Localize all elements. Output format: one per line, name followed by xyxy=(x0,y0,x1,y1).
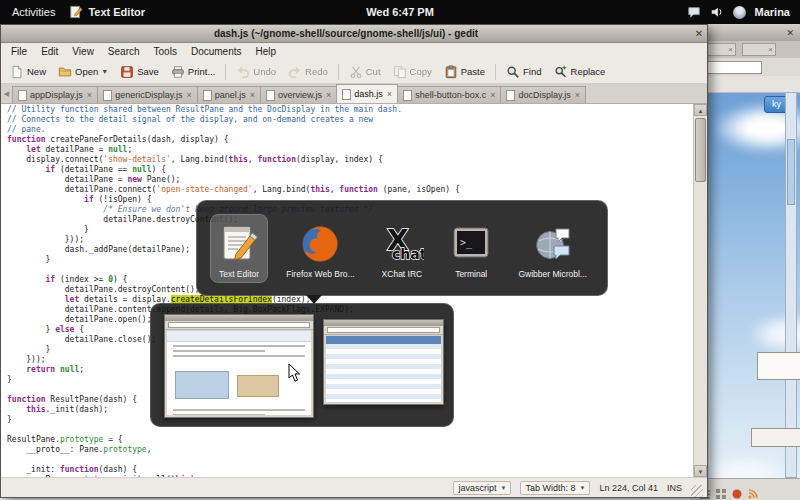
desktop: ✕ × × ky dash.js (~/gnome-shell/source/g… xyxy=(0,0,800,500)
menu-help[interactable]: Help xyxy=(248,44,283,59)
browser-tab[interactable]: × xyxy=(742,43,776,56)
find-button[interactable]: Find xyxy=(500,62,547,82)
menu-tools[interactable]: Tools xyxy=(147,44,184,59)
menu-search[interactable]: Search xyxy=(101,44,147,59)
switcher-item-gwibber-microbl[interactable]: Gwibber Microbl... xyxy=(512,215,593,282)
file-icon xyxy=(103,90,112,101)
close-icon[interactable]: ✕ xyxy=(786,28,800,38)
tab-overview.js[interactable]: overview.js× xyxy=(260,86,337,103)
file-icon xyxy=(342,89,351,100)
menu-file[interactable]: File xyxy=(4,44,34,59)
tab-shell-button-box.c[interactable]: shell-button-box.c× xyxy=(397,86,501,103)
svg-text:chat: chat xyxy=(392,246,424,262)
terminal-icon: >_ xyxy=(449,221,493,265)
volume-icon[interactable] xyxy=(710,5,724,19)
grid-icon[interactable] xyxy=(716,485,726,495)
new-button[interactable]: New xyxy=(4,62,52,82)
scroll-up-icon[interactable]: ▲ xyxy=(694,104,707,116)
background-window-scrollbar[interactable] xyxy=(785,92,797,478)
menu-view[interactable]: View xyxy=(65,44,101,59)
thumbnail-addressbar xyxy=(168,322,310,328)
toolbar-button-label: Redo xyxy=(305,66,328,77)
switcher-item-terminal[interactable]: >_Terminal xyxy=(443,215,499,282)
title-bar[interactable]: dash.js (~/gnome-shell/source/gnome-shel… xyxy=(1,25,707,43)
resize-grip[interactable] xyxy=(691,485,703,497)
window-preview-panel xyxy=(150,303,454,427)
chevron-down-icon: ▼ xyxy=(501,485,507,491)
language-combo[interactable]: javascript▼ xyxy=(453,481,511,495)
open-button[interactable]: Open▼ xyxy=(52,62,114,82)
tab-docDisplay.js[interactable]: docDisplay.js× xyxy=(500,86,586,103)
chat-tray-icon[interactable] xyxy=(687,5,701,19)
gwibber-icon xyxy=(531,221,575,265)
replace-button[interactable]: Replace xyxy=(548,62,612,82)
toolbar-button-label: Open xyxy=(75,66,98,77)
firefox-icon xyxy=(298,221,342,265)
menu-bar: FileEditViewSearchToolsDocumentsHelp xyxy=(1,43,707,60)
toolbar-separator xyxy=(338,64,339,80)
switcher-item-label: Text Editor xyxy=(219,269,259,279)
tab-label: docDisplay.js xyxy=(518,90,570,100)
tab-panel.js[interactable]: panel.js× xyxy=(197,86,261,103)
scrollbar-thumb[interactable] xyxy=(695,118,706,182)
user-avatar[interactable] xyxy=(733,6,746,19)
tab-close-icon[interactable]: × xyxy=(249,90,255,100)
tab-label: shell-button-box.c xyxy=(415,90,486,100)
user-menu[interactable]: Marina xyxy=(755,6,790,18)
window-thumbnail[interactable] xyxy=(323,319,444,405)
tab-dash.js[interactable]: dash.js× xyxy=(336,84,398,103)
tab-close-icon[interactable]: × xyxy=(86,90,92,100)
file-icon xyxy=(403,90,412,101)
open-dropdown-arrow-icon[interactable]: ▼ xyxy=(101,68,108,75)
toolbar-button-label: Paste xyxy=(461,66,485,77)
code-line: detailPane.connect('open-state-changed',… xyxy=(7,185,693,195)
switcher-item-firefox-web-bro[interactable]: Firefox Web Bro... xyxy=(280,215,360,282)
code-line xyxy=(7,455,693,465)
code-line: // Connects to the detail signal of the … xyxy=(7,115,693,125)
print-button[interactable]: Print... xyxy=(165,62,221,82)
switcher-pointer-icon xyxy=(306,295,322,304)
clock[interactable]: Wed 6:47 PM xyxy=(0,6,800,18)
window-title: dash.js (~/gnome-shell/source/gnome-shel… xyxy=(1,28,691,39)
redo-button: Redo xyxy=(282,62,334,82)
menu-edit[interactable]: Edit xyxy=(34,44,65,59)
tab-close-icon[interactable]: × xyxy=(325,90,331,100)
tab-appDisplay.js[interactable]: appDisplay.js× xyxy=(12,86,98,103)
tab-close-icon[interactable]: × xyxy=(574,90,580,100)
code-line: __proto__: Pane.prototype, xyxy=(7,445,693,455)
file-icon xyxy=(266,90,275,101)
xchat-icon: Xchat xyxy=(380,221,424,265)
tab-close-icon[interactable]: × xyxy=(489,90,495,100)
switcher-item-xchat-irc[interactable]: XchatXChat IRC xyxy=(374,215,430,282)
tab-label: overview.js xyxy=(278,90,322,100)
scrollbar-thumb[interactable] xyxy=(787,139,795,205)
save-icon xyxy=(120,65,134,79)
tab-close-icon[interactable]: × xyxy=(185,90,191,100)
toolbar-button-label: Copy xyxy=(410,66,432,77)
tab-genericDisplay.js[interactable]: genericDisplay.js× xyxy=(97,86,198,103)
address-input[interactable] xyxy=(704,61,762,74)
tab-close-icon[interactable]: × xyxy=(386,89,392,99)
undo-icon xyxy=(236,65,250,79)
window-close-button[interactable]: ✕ xyxy=(691,26,707,41)
toolbar-button-label: New xyxy=(27,66,46,77)
editor-scrollbar[interactable]: ▲ ▼ xyxy=(693,104,707,477)
code-line: // Utility function shared between Resul… xyxy=(7,105,693,115)
switcher-item-text-editor[interactable]: Text Editor xyxy=(211,215,267,282)
copy-button: Copy xyxy=(387,62,438,82)
thumbnail-addressbar xyxy=(327,327,440,333)
scroll-down-icon[interactable]: ▼ xyxy=(694,465,707,477)
menu-documents[interactable]: Documents xyxy=(184,44,249,59)
cursor-position: Ln 224, Col 41 xyxy=(599,483,658,493)
cut-button: Cut xyxy=(343,62,387,82)
redo-icon xyxy=(288,65,302,79)
toolbar-separator xyxy=(225,64,226,80)
tab-scroll-left-icon[interactable]: ◀ xyxy=(1,85,12,103)
save-button[interactable]: Save xyxy=(114,62,165,82)
cut-icon xyxy=(349,65,363,79)
alt-tab-switcher: Text EditorFirefox Web Bro...XchatXChat … xyxy=(196,200,608,296)
paste-button[interactable]: Paste xyxy=(438,62,491,82)
thumbnail-toolbar xyxy=(165,321,313,330)
tab-width-combo[interactable]: Tab Width: 8▼ xyxy=(520,481,590,495)
paste-icon xyxy=(444,65,458,79)
